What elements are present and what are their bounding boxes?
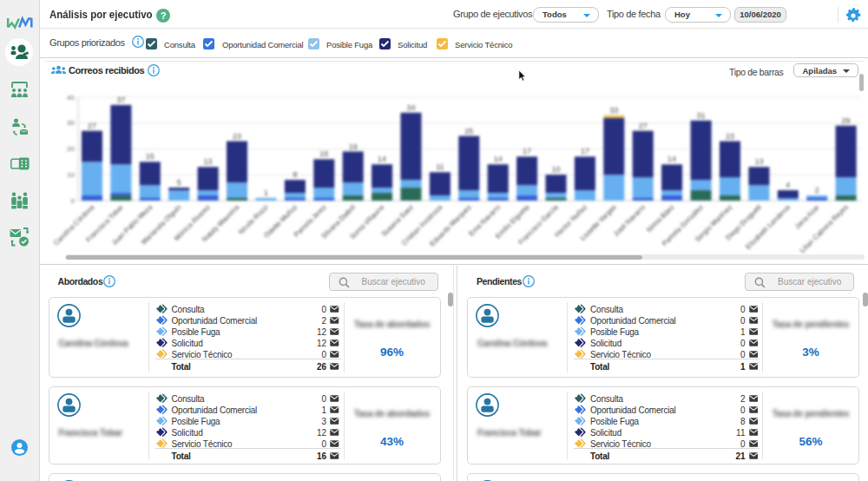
svg-text:14: 14 xyxy=(494,155,503,163)
svg-text:5: 5 xyxy=(177,178,181,187)
svg-text:37: 37 xyxy=(116,96,125,104)
svg-text:13: 13 xyxy=(204,157,213,166)
svg-text:?: ? xyxy=(161,10,167,21)
svg-text:40: 40 xyxy=(67,94,75,102)
svg-text:8: 8 xyxy=(293,170,297,179)
svg-text:16: 16 xyxy=(319,149,328,158)
svg-text:27: 27 xyxy=(639,122,648,130)
svg-text:33: 33 xyxy=(609,106,618,115)
svg-text:31: 31 xyxy=(697,111,706,120)
svg-text:25: 25 xyxy=(464,127,473,135)
svg-text:10: 10 xyxy=(551,165,560,174)
svg-text:17: 17 xyxy=(581,147,589,155)
svg-text:Lilian Cabrera Reyes: Lilian Cabrera Reyes xyxy=(799,203,850,254)
svg-text:23: 23 xyxy=(233,132,241,141)
svg-text:11: 11 xyxy=(436,162,444,171)
svg-text:34: 34 xyxy=(406,103,415,112)
svg-text:20: 20 xyxy=(67,145,75,153)
svg-text:19: 19 xyxy=(349,142,358,151)
svg-text:10: 10 xyxy=(67,171,75,179)
svg-text:1: 1 xyxy=(264,188,268,197)
svg-text:0: 0 xyxy=(71,197,76,205)
svg-text:17: 17 xyxy=(523,147,531,155)
svg-text:15: 15 xyxy=(146,152,155,161)
svg-text:Jana Azar: Jana Azar xyxy=(793,203,821,231)
svg-text:23: 23 xyxy=(726,132,734,141)
svg-text:Nimia Báez: Nimia Báez xyxy=(645,203,675,234)
svg-text:14: 14 xyxy=(378,155,386,163)
svg-text:30: 30 xyxy=(67,119,75,127)
svg-text:José Navarro: José Navarro xyxy=(612,203,647,238)
svg-text:13: 13 xyxy=(754,157,763,166)
svg-text:27: 27 xyxy=(88,122,96,130)
svg-text:29: 29 xyxy=(842,116,851,125)
svg-text:14: 14 xyxy=(667,155,676,163)
svg-text:4: 4 xyxy=(786,181,790,189)
svg-text:2: 2 xyxy=(815,186,819,194)
